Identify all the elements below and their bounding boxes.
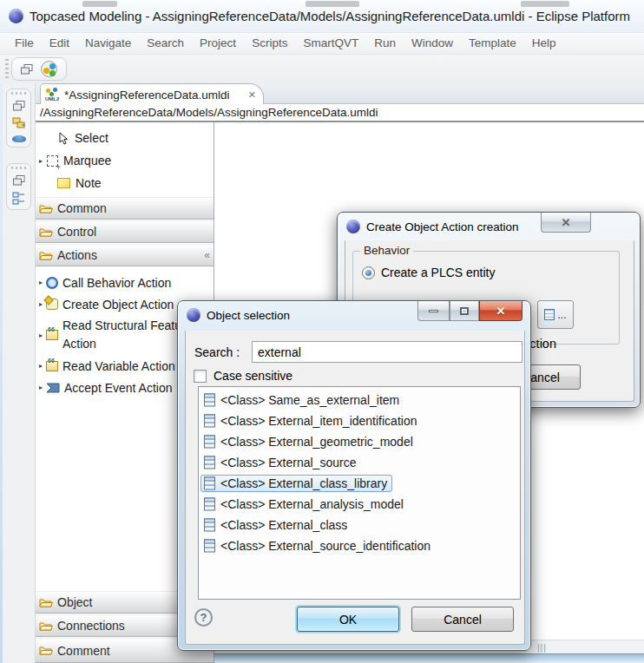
toolbar-drag-handle[interactable] bbox=[5, 59, 9, 78]
breadcrumb: /AssigningReferenceData/Models/Assigning… bbox=[36, 104, 644, 122]
scrollbar-grip[interactable]: ||| bbox=[537, 643, 547, 653]
menu-project[interactable]: Project bbox=[192, 33, 244, 54]
eclipse-logo-icon bbox=[187, 308, 200, 322]
help-button[interactable]: ? bbox=[194, 608, 213, 627]
create-plcs-entity-radio-row[interactable]: Create a PLCS entity bbox=[362, 266, 496, 279]
dialog-titlebar[interactable]: Object selection bbox=[187, 308, 290, 322]
list-item[interactable]: <Class> External_analysis_model bbox=[200, 494, 518, 515]
navigator-icon[interactable] bbox=[12, 135, 26, 142]
list-item-selected[interactable]: <Class> External_class_library bbox=[200, 473, 518, 494]
marquee-icon bbox=[47, 155, 58, 167]
palette-tool-label: Marquee bbox=[63, 154, 111, 167]
read-structural-feature-icon bbox=[46, 330, 58, 340]
minimize-icon bbox=[429, 310, 438, 312]
ok-button[interactable]: OK bbox=[297, 607, 399, 632]
outline-view-icon[interactable] bbox=[12, 192, 26, 205]
menu-template[interactable]: Template bbox=[461, 33, 524, 54]
fast-view-group-structure bbox=[6, 163, 31, 210]
palette-tool-marquee[interactable]: ▸ Marquee bbox=[36, 149, 214, 172]
close-button[interactable]: ✕ bbox=[541, 213, 591, 233]
maximize-icon bbox=[460, 307, 469, 315]
folder-icon bbox=[39, 203, 53, 214]
desktop-artifact bbox=[306, 1, 359, 7]
create-object-action-icon bbox=[46, 299, 58, 310]
expander-icon[interactable]: ▸ bbox=[36, 157, 46, 165]
list-item[interactable]: <Class> Same_as_external_item bbox=[200, 390, 518, 410]
radio-selected-icon[interactable] bbox=[362, 266, 375, 279]
expander-icon[interactable]: ▸ bbox=[36, 384, 46, 391]
rail-drag-handle[interactable] bbox=[11, 167, 27, 169]
close-icon: ✕ bbox=[496, 305, 506, 318]
menu-search[interactable]: Search bbox=[139, 33, 192, 54]
menu-help[interactable]: Help bbox=[524, 33, 564, 54]
list-item[interactable]: <Class> External_item_identification bbox=[200, 410, 518, 431]
list-icon bbox=[544, 309, 555, 320]
case-sensitive-row[interactable]: Case sensitive bbox=[194, 369, 292, 383]
menubar: File Edit Navigate Search Project Script… bbox=[0, 33, 644, 55]
dialog-titlebar[interactable]: Create Object Action creation bbox=[346, 220, 519, 233]
palette-drawer-common[interactable]: Common bbox=[36, 197, 214, 220]
menu-navigate[interactable]: Navigate bbox=[77, 33, 139, 54]
menu-edit[interactable]: Edit bbox=[42, 33, 77, 54]
editor-tab-label: *AssigningReferenceData.umldi bbox=[64, 89, 244, 102]
list-item[interactable]: <Class> External_source bbox=[200, 452, 518, 473]
tab-close-icon[interactable]: ✕ bbox=[248, 89, 256, 101]
class-icon bbox=[204, 518, 215, 532]
model-tree-icon[interactable] bbox=[12, 117, 26, 129]
class-list[interactable]: <Class> Same_as_external_item <Class> Ex… bbox=[198, 386, 521, 600]
menu-run[interactable]: Run bbox=[366, 33, 404, 54]
minimize-button[interactable] bbox=[417, 301, 450, 321]
class-icon bbox=[204, 476, 215, 490]
class-icon bbox=[204, 393, 215, 407]
browse-button[interactable]: ... bbox=[537, 300, 574, 329]
palette-item-call-behavior-action[interactable]: ▸ Call Behavior Action bbox=[36, 272, 214, 293]
palette-tool-select[interactable]: Select bbox=[36, 127, 214, 149]
drawer-pin-icon[interactable]: « bbox=[204, 249, 210, 261]
note-icon bbox=[57, 178, 70, 188]
palette-tool-label: Note bbox=[76, 176, 102, 190]
search-input[interactable] bbox=[252, 341, 522, 363]
dialog-title: Object selection bbox=[207, 309, 290, 322]
menu-window[interactable]: Window bbox=[404, 33, 461, 54]
restore-view-icon[interactable] bbox=[13, 101, 25, 111]
modeling-perspective-icon[interactable] bbox=[41, 61, 57, 77]
list-item[interactable]: <Class> External_source_identification bbox=[200, 535, 518, 556]
restore-window-icon[interactable] bbox=[21, 64, 33, 75]
restore-view-icon[interactable] bbox=[13, 175, 25, 186]
menu-file[interactable]: File bbox=[7, 33, 42, 54]
cancel-button[interactable]: Cancel bbox=[411, 607, 514, 632]
dialog-client-area: Search : Case sensitive <Class> Same_as_… bbox=[185, 331, 525, 645]
menu-scripts[interactable]: Scripts bbox=[244, 33, 295, 54]
read-variable-action-icon bbox=[46, 361, 58, 371]
close-button[interactable]: ✕ bbox=[479, 301, 522, 321]
list-item[interactable]: <Class> External_geometric_model bbox=[200, 431, 518, 452]
case-sensitive-checkbox[interactable] bbox=[194, 370, 207, 383]
case-sensitive-label: Case sensitive bbox=[214, 369, 292, 383]
rail-drag-handle[interactable] bbox=[11, 92, 27, 95]
desktop-artifact bbox=[521, 1, 569, 7]
menu-smartqvt[interactable]: SmartQVT bbox=[295, 33, 366, 54]
call-behavior-action-icon bbox=[46, 277, 58, 289]
eclipse-window: Topcased Modeling - AssigningReferenceDa… bbox=[0, 0, 644, 663]
window-title: Topcased Modeling - AssigningReferenceDa… bbox=[30, 9, 630, 23]
palette-tool-note[interactable]: Note bbox=[36, 172, 214, 194]
status-strip bbox=[214, 653, 644, 663]
fast-view-group-outline bbox=[6, 89, 31, 148]
close-icon: ✕ bbox=[562, 216, 571, 229]
class-icon bbox=[204, 414, 215, 428]
toolbar-group bbox=[11, 57, 67, 81]
palette-drawer-control[interactable]: Control bbox=[36, 220, 214, 243]
editor-tab[interactable]: UML2 *AssigningReferenceData.umldi ✕ bbox=[40, 83, 264, 105]
eclipse-logo-icon bbox=[346, 220, 360, 233]
folder-icon bbox=[39, 226, 53, 238]
behavior-group-label: Behavior bbox=[360, 244, 413, 257]
folder-icon bbox=[39, 620, 53, 632]
expander-icon[interactable]: ▸ bbox=[36, 362, 46, 370]
palette-drawer-actions[interactable]: Actions « bbox=[36, 244, 214, 266]
list-item[interactable]: <Class> External_class bbox=[200, 515, 518, 535]
expander-icon[interactable]: ▸ bbox=[36, 279, 46, 286]
desktop-artifact bbox=[82, 1, 117, 7]
expander-icon[interactable]: ▸ bbox=[36, 332, 46, 339]
accept-event-action-icon bbox=[46, 383, 60, 393]
maximize-button[interactable] bbox=[450, 301, 479, 321]
